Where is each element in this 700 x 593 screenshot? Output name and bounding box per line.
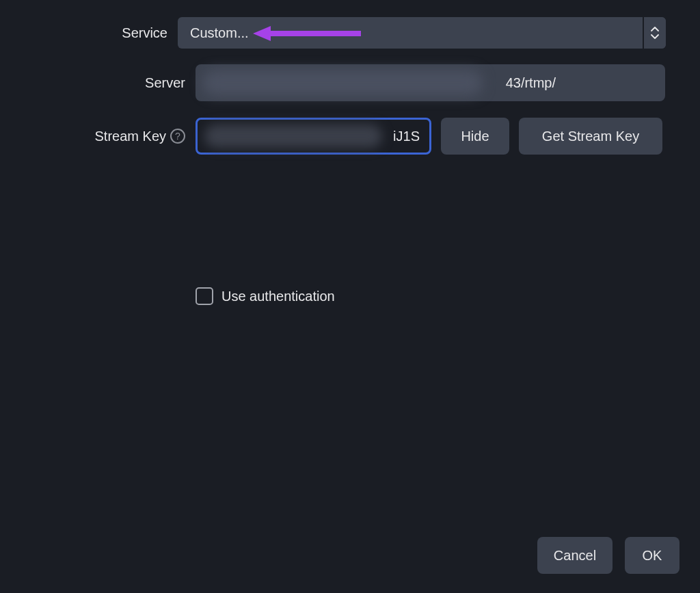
- service-select-value: Custom...: [190, 25, 249, 41]
- stream-key-redacted: [204, 124, 382, 148]
- service-row: Service Custom...: [0, 17, 666, 49]
- service-label: Service: [0, 25, 178, 41]
- server-visible-text: 43/rtmp/: [506, 75, 556, 91]
- hide-button[interactable]: Hide: [441, 118, 509, 155]
- get-stream-key-button-label: Get Stream Key: [542, 129, 639, 144]
- service-stepper-icon[interactable]: [643, 17, 666, 49]
- service-label-text: Service: [122, 25, 167, 41]
- use-auth-row: Use authentication: [196, 287, 335, 305]
- server-row: Server 43/rtmp/: [0, 64, 665, 101]
- stream-key-visible-text: iJ1S: [393, 129, 420, 144]
- cancel-button-label: Cancel: [554, 548, 596, 564]
- service-select[interactable]: Custom...: [178, 17, 666, 49]
- ok-button-label: OK: [643, 548, 662, 564]
- use-auth-label: Use authentication: [221, 289, 335, 304]
- cancel-button[interactable]: Cancel: [537, 537, 612, 574]
- server-input[interactable]: 43/rtmp/: [196, 64, 665, 101]
- server-label-text: Server: [145, 75, 185, 91]
- stream-key-row: Stream Key ? iJ1S Hide Get Stream Key: [0, 118, 662, 155]
- chevron-up-icon: [651, 27, 659, 32]
- hide-button-label: Hide: [461, 129, 489, 144]
- stream-key-label: Stream Key ?: [0, 129, 196, 144]
- use-auth-checkbox[interactable]: [196, 287, 213, 305]
- get-stream-key-button[interactable]: Get Stream Key: [519, 118, 662, 155]
- stream-key-input[interactable]: iJ1S: [196, 118, 431, 155]
- chevron-down-icon: [651, 34, 659, 39]
- server-label: Server: [0, 75, 196, 91]
- ok-button[interactable]: OK: [625, 537, 679, 574]
- dialog-footer: Cancel OK: [537, 537, 679, 574]
- stream-key-label-text: Stream Key: [95, 129, 166, 144]
- help-icon[interactable]: ?: [170, 129, 185, 144]
- server-redacted: [202, 70, 483, 96]
